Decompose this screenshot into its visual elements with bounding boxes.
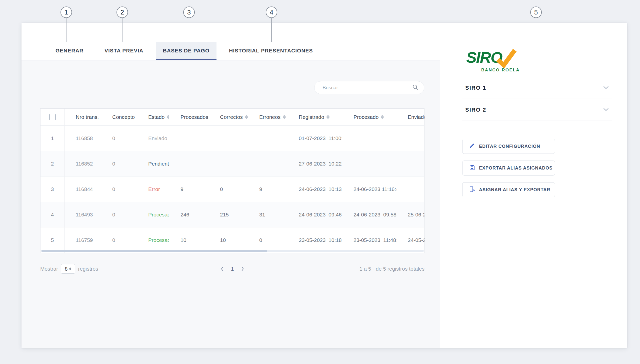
search-input[interactable] (322, 85, 412, 91)
sort-icon (381, 115, 384, 119)
callout-2-circle: 2 (116, 6, 128, 18)
table-row[interactable]: 5 116759 0 Procesado 10 10 0 23-05-2023 … (41, 227, 424, 253)
save-icon (469, 164, 475, 172)
tab-vista-previa[interactable]: VISTA PREVIA (96, 42, 152, 60)
button-label: ASIGNAR ALIAS Y EXPORTAR (479, 187, 550, 192)
pager: 1 (221, 266, 245, 272)
header-checkbox-cell (41, 108, 65, 125)
search-box (314, 81, 424, 94)
column-header-concepto[interactable]: Concepto (101, 108, 137, 125)
mostrar-label: Mostrar (40, 266, 58, 272)
cell-procesado: 23-05-2023 11:48:14 (342, 228, 396, 253)
column-header-correctos[interactable]: Correctos (209, 108, 248, 125)
cell-correctos (209, 126, 248, 151)
callout-5: 5 (530, 6, 542, 42)
cell-erroneos: 31 (248, 202, 288, 227)
tab-historial-presentaciones[interactable]: HISTORIAL PRESENTACIONES (221, 42, 321, 60)
tab-bar: GENERAR VISTA PREVIA BASES DE PAGO HISTO… (22, 23, 440, 60)
row-index: 4 (41, 202, 65, 227)
cell-concepto: 0 (101, 126, 137, 151)
chevron-right-icon[interactable] (241, 266, 244, 272)
cell-registrado: 24-06-2023 10:13:25 (288, 176, 342, 202)
siro-logo: SIRO BANCO ROELA (466, 48, 534, 75)
tab-bases-de-pago[interactable]: BASES DE PAGO (156, 42, 217, 60)
search-icon (412, 84, 418, 91)
records-summary: 1 a 5 - de 5 registros totales (359, 266, 424, 272)
callout-2: 2 (116, 6, 128, 42)
cell-estado: Procesado (137, 228, 169, 253)
table-wrap: Nro trans. Concepto Estado Procesados Co… (40, 108, 424, 252)
page-number[interactable]: 1 (231, 266, 234, 272)
cell-registrado: 23-05-2023 10:18:39 (288, 228, 342, 253)
chevron-down-icon (603, 108, 609, 112)
search-row (40, 81, 424, 94)
callout-1-line (66, 18, 67, 42)
payments-table: Nro trans. Concepto Estado Procesados Co… (40, 108, 424, 253)
column-header-estado[interactable]: Estado (137, 108, 169, 125)
button-label: EDITAR CONFIGURACIÓN (479, 144, 540, 149)
cell-nro-trans: 116844 (65, 176, 101, 202)
cell-enviado: 25-06-2 (396, 202, 424, 227)
cell-erroneos: 0 (248, 228, 288, 253)
accordion-siro-2[interactable]: SIRO 2 (462, 99, 612, 121)
cell-concepto: 0 (101, 151, 137, 176)
sort-icon (283, 115, 286, 119)
callout-4: 4 (266, 6, 277, 42)
cell-registrado: 01-07-2023 11:00:48 (288, 126, 342, 151)
cell-erroneos (248, 126, 288, 151)
table-row[interactable]: 3 116844 0 Error 9 0 9 24-06-2023 10:13:… (41, 176, 424, 202)
accordion-siro-1[interactable]: SIRO 1 (462, 77, 612, 99)
table-row[interactable]: 2 116852 0 Pendiente 27-06-2023 10:22:34 (41, 151, 424, 176)
column-header-procesados[interactable]: Procesados (169, 108, 209, 125)
chevron-left-icon[interactable] (221, 266, 224, 272)
cell-procesado: 24-06-2023 11:16:47 (342, 176, 396, 202)
tab-generar[interactable]: GENERAR (47, 42, 92, 60)
callout-5-circle: 5 (530, 6, 542, 18)
cell-procesados: 246 (169, 202, 209, 227)
cell-estado: Error (137, 176, 169, 202)
stepper-icon (69, 268, 71, 270)
cell-nro-trans: 116858 (65, 126, 101, 151)
cell-enviado (396, 126, 424, 151)
cell-procesado (342, 151, 396, 176)
cell-estado: Enviado (137, 126, 169, 151)
registros-label: registros (78, 266, 98, 272)
table-row[interactable]: 4 116493 0 Procesado 246 215 31 24-06-20… (41, 202, 424, 227)
assign-alias-export-button[interactable]: ASIGNAR ALIAS Y EXPORTAR (462, 182, 555, 197)
column-header-nro-trans[interactable]: Nro trans. (65, 108, 101, 125)
column-header-registrado[interactable]: Registrado (288, 108, 342, 125)
column-header-erroneos[interactable]: Erroneos (248, 108, 288, 125)
table-header: Nro trans. Concepto Estado Procesados Co… (41, 108, 424, 125)
cell-procesados (169, 126, 209, 151)
sort-icon (167, 115, 169, 119)
cell-nro-trans: 116852 (65, 151, 101, 176)
column-header-enviado[interactable]: Enviado (396, 108, 424, 125)
callout-1: 1 (61, 6, 72, 42)
cell-concepto: 0 (101, 228, 137, 253)
sort-icon (245, 115, 248, 119)
callout-1-circle: 1 (61, 6, 72, 18)
left-panel: GENERAR VISTA PREVIA BASES DE PAGO HISTO… (22, 23, 440, 348)
column-header-procesado[interactable]: Procesado (342, 108, 396, 125)
row-index: 5 (41, 228, 65, 253)
cell-correctos: 215 (209, 202, 248, 227)
callout-3-line (189, 18, 189, 42)
export-assigned-alias-button[interactable]: EXPORTAR ALIAS ASIGNADOS (462, 160, 555, 176)
table-row[interactable]: 1 116858 0 Enviado 01-07-2023 11:00:48 (41, 125, 424, 151)
scrollbar-thumb[interactable] (42, 250, 267, 252)
cell-concepto: 0 (101, 176, 137, 202)
callout-4-circle: 4 (266, 6, 277, 18)
button-label: EXPORTAR ALIAS ASIGNADOS (479, 166, 552, 171)
select-all-checkbox[interactable] (49, 114, 56, 120)
cell-nro-trans: 116759 (65, 228, 101, 253)
edit-configuration-button[interactable]: EDITAR CONFIGURACIÓN (462, 139, 555, 154)
row-index: 1 (41, 126, 65, 151)
right-panel: SIRO BANCO ROELA SIRO 1 SIRO 2 (440, 23, 627, 348)
page-size-select[interactable]: 8 (61, 264, 75, 274)
row-index: 2 (41, 151, 65, 176)
cell-concepto: 0 (101, 202, 137, 227)
callout-4-line (271, 18, 272, 42)
cell-erroneos: 9 (248, 176, 288, 202)
cell-procesados: 10 (169, 228, 209, 253)
cell-procesado: 24-06-2023 09:58:39 (342, 202, 396, 227)
